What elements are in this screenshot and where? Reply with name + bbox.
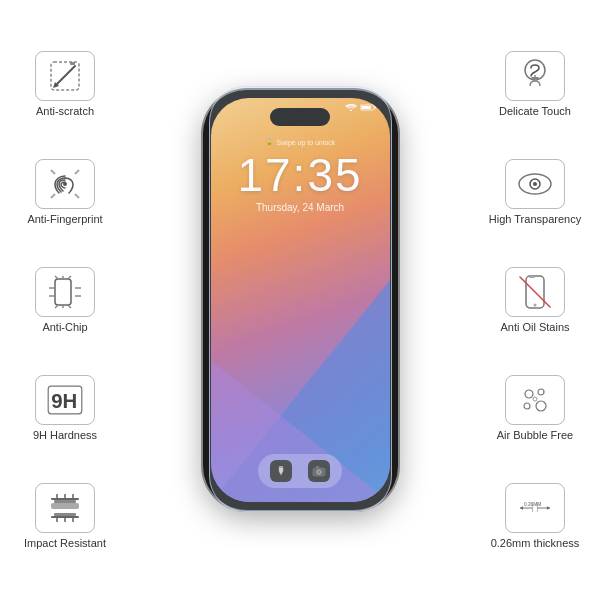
right-features: Delicate Touch High Transparency [470, 20, 600, 580]
thickness-icon-box: 0.26MM [505, 483, 565, 533]
svg-line-10 [55, 276, 58, 279]
svg-rect-23 [54, 500, 76, 503]
feature-thickness: 0.26MM 0.26mm thickness [475, 483, 595, 549]
torch-icon [270, 460, 292, 482]
svg-point-55 [538, 389, 544, 395]
svg-text:9H: 9H [51, 390, 77, 412]
phone-center: 🔒 Swipe up to unlock 17:35 Thursday, 24 … [130, 0, 470, 600]
feature-high-transparency: High Transparency [475, 159, 595, 225]
svg-marker-60 [520, 506, 523, 510]
lock-screen-content: 🔒 Swipe up to unlock 17:35 Thursday, 24 … [211, 138, 390, 213]
fingerprint-icon [47, 166, 83, 202]
battery-icon [360, 104, 376, 111]
anti-fingerprint-icon-box [35, 159, 95, 209]
delicate-touch-icon-box [505, 51, 565, 101]
thickness-label: 0.26mm thickness [491, 537, 580, 549]
delicate-touch-label: Delicate Touch [499, 105, 571, 117]
phone-screen: 🔒 Swipe up to unlock 17:35 Thursday, 24 … [211, 98, 390, 502]
svg-point-42 [318, 471, 320, 473]
svg-rect-26 [51, 516, 79, 518]
svg-point-8 [63, 182, 67, 186]
anti-chip-label: Anti-Chip [42, 321, 87, 333]
svg-point-49 [536, 181, 538, 183]
9h-icon-box: 9H [35, 375, 95, 425]
9h-hardness-label: 9H Hardness [33, 429, 97, 441]
anti-chip-icon-box [35, 267, 95, 317]
air-bubble-icon-box [505, 375, 565, 425]
svg-point-54 [525, 390, 533, 398]
dock [258, 454, 342, 488]
left-features: Anti-scratch Anti-Fingerprint [0, 20, 130, 580]
high-transparency-icon-box [505, 159, 565, 209]
anti-scratch-icon-box [35, 51, 95, 101]
svg-rect-22 [51, 503, 79, 509]
svg-rect-36 [361, 106, 371, 109]
impact-icon-box [35, 483, 95, 533]
status-icons [345, 104, 376, 111]
touch-icon [517, 58, 553, 94]
high-transparency-label: High Transparency [489, 213, 581, 225]
svg-line-7 [75, 194, 79, 198]
swipe-hint: 🔒 Swipe up to unlock [265, 138, 336, 146]
svg-line-53 [520, 277, 550, 307]
svg-point-57 [536, 401, 546, 411]
svg-point-52 [534, 304, 537, 307]
svg-rect-39 [279, 466, 283, 468]
dynamic-island [270, 108, 330, 126]
thickness-icon: 0.26MM [517, 490, 553, 526]
impact-icon [47, 490, 83, 526]
anti-fingerprint-label: Anti-Fingerprint [27, 213, 102, 225]
anti-oil-icon-box [505, 267, 565, 317]
svg-rect-25 [51, 498, 79, 500]
wifi-icon [345, 104, 357, 111]
scratch-icon [47, 58, 83, 94]
svg-point-56 [524, 403, 530, 409]
phone-outline-icon [517, 274, 553, 310]
svg-rect-3 [70, 62, 75, 65]
svg-line-12 [68, 276, 71, 279]
anti-scratch-label: Anti-scratch [36, 105, 94, 117]
anti-oil-label: Anti Oil Stains [500, 321, 569, 333]
svg-point-58 [533, 397, 537, 401]
eye-icon [517, 166, 553, 202]
feature-9h-hardness: 9H 9H Hardness [5, 375, 125, 441]
svg-line-1 [55, 66, 75, 86]
chip-icon [47, 274, 83, 310]
svg-line-6 [51, 194, 55, 198]
torch-svg [275, 465, 287, 477]
feature-anti-chip: Anti-Chip [5, 267, 125, 333]
impact-resistant-label: Impact Resistant [24, 537, 106, 549]
feature-impact-resistant: Impact Resistant [5, 483, 125, 549]
clock-time: 17:35 [237, 152, 362, 198]
air-bubble-label: Air Bubble Free [497, 429, 573, 441]
feature-anti-scratch: Anti-scratch [5, 51, 125, 117]
feature-air-bubble: Air Bubble Free [475, 375, 595, 441]
9h-icon: 9H [47, 382, 83, 418]
feature-anti-oil: Anti Oil Stains [475, 267, 595, 333]
swipe-text-label: Swipe up to unlock [277, 139, 336, 146]
svg-rect-9 [55, 279, 71, 305]
feature-anti-fingerprint: Anti-Fingerprint [5, 159, 125, 225]
svg-rect-35 [374, 107, 376, 109]
bubble-icon [517, 382, 553, 418]
feature-delicate-touch: Delicate Touch [475, 51, 595, 117]
camera-dock-icon [308, 460, 330, 482]
svg-point-33 [350, 110, 352, 112]
lock-emoji: 🔒 [265, 138, 274, 146]
svg-line-13 [55, 305, 58, 308]
main-container: Anti-scratch Anti-Fingerprint [0, 0, 600, 600]
svg-line-4 [51, 170, 55, 174]
clock-date: Thursday, 24 March [256, 202, 344, 213]
svg-line-15 [68, 305, 71, 308]
svg-rect-43 [316, 466, 319, 468]
camera-svg [312, 465, 326, 477]
svg-line-5 [75, 170, 79, 174]
svg-rect-24 [54, 513, 76, 516]
svg-marker-62 [547, 506, 550, 510]
phone-device: 🔒 Swipe up to unlock 17:35 Thursday, 24 … [203, 90, 398, 510]
svg-rect-51 [529, 276, 535, 278]
